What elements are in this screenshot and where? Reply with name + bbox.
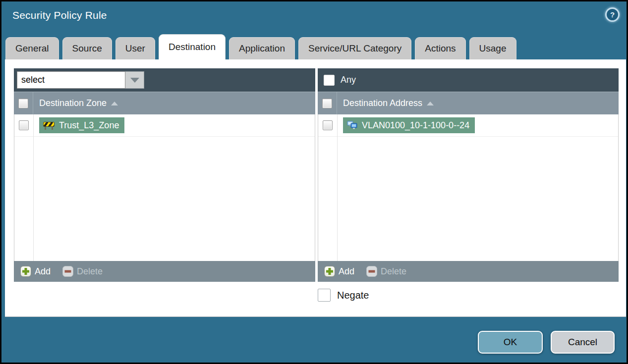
tab-general[interactable]: General: [5, 37, 59, 59]
zone-table-body: Trust_L3_Zone: [14, 114, 315, 261]
minus-icon: [366, 266, 377, 277]
zone-select-all-checkbox[interactable]: [18, 99, 28, 108]
tab-destination[interactable]: Destination: [159, 34, 226, 59]
tab-user[interactable]: User: [115, 37, 155, 59]
table-row[interactable]: VLAN0100_10-1-100-0--24: [318, 114, 618, 137]
dialog-title: Security Policy Rule: [12, 9, 107, 21]
destination-zone-panel: select Destination Zone: [14, 68, 315, 282]
address-add-button[interactable]: Add: [324, 266, 354, 277]
cancel-button[interactable]: Cancel: [551, 331, 615, 354]
address-toolbar: Add Delete: [318, 261, 619, 282]
destination-tab-content: select Destination Zone: [5, 59, 626, 317]
address-row-checkbox[interactable]: [323, 120, 333, 130]
tab-service-url-category[interactable]: Service/URL Category: [298, 37, 411, 59]
zone-barrier-icon: [43, 121, 55, 130]
tab-usage[interactable]: Usage: [469, 37, 516, 59]
zone-table-header: Destination Zone: [14, 92, 315, 114]
tab-application[interactable]: Application: [229, 37, 295, 59]
zone-item-label: Trust_L3_Zone: [59, 120, 119, 131]
tab-bar: General Source User Destination Applicat…: [5, 34, 516, 59]
negate-row: Negate: [318, 289, 369, 302]
security-policy-rule-dialog: { "window": { "title": "Security Policy …: [0, 0, 628, 364]
negate-label: Negate: [337, 290, 369, 301]
network-computers-icon: [347, 121, 357, 130]
zone-column-header[interactable]: Destination Zone: [33, 92, 315, 114]
zone-type-dropdown-button[interactable]: [125, 71, 144, 89]
tab-actions[interactable]: Actions: [415, 37, 465, 59]
zone-column-header-label: Destination Zone: [39, 98, 107, 108]
address-panel-header: Any: [318, 68, 619, 92]
zone-type-dropdown[interactable]: select: [17, 71, 144, 89]
address-column-header-label: Destination Address: [343, 98, 422, 108]
table-row[interactable]: Trust_L3_Zone: [14, 114, 315, 137]
address-table-body: VLAN0100_10-1-100-0--24: [318, 114, 619, 261]
plus-icon: [324, 266, 335, 277]
address-item-label: VLAN0100_10-1-100-0--24: [362, 120, 469, 131]
sort-asc-icon: [111, 102, 118, 105]
minus-icon: [62, 266, 73, 277]
destination-address-panel: Any Destination Address: [318, 68, 619, 282]
zone-item-trust-l3-zone[interactable]: Trust_L3_Zone: [39, 117, 124, 133]
zone-type-dropdown-value[interactable]: select: [17, 71, 125, 89]
address-select-all-checkbox[interactable]: [322, 99, 332, 108]
address-column-header[interactable]: Destination Address: [337, 92, 619, 114]
help-icon[interactable]: ?: [605, 7, 620, 22]
address-item-vlan0100[interactable]: VLAN0100_10-1-100-0--24: [343, 117, 475, 133]
negate-checkbox[interactable]: [318, 289, 331, 302]
any-checkbox[interactable]: [324, 75, 335, 86]
address-table-header: Destination Address: [318, 92, 619, 114]
zone-add-button[interactable]: Add: [20, 266, 51, 277]
tab-source[interactable]: Source: [62, 37, 112, 59]
plus-icon: [20, 266, 31, 277]
zone-row-checkbox[interactable]: [19, 120, 29, 130]
zone-toolbar: Add Delete: [14, 261, 315, 282]
zone-panel-header: select: [14, 68, 315, 92]
any-label: Any: [341, 75, 356, 85]
sort-asc-icon: [427, 102, 434, 105]
address-delete-button[interactable]: Delete: [366, 266, 406, 277]
zone-delete-button[interactable]: Delete: [62, 266, 103, 277]
chevron-down-icon: [130, 78, 139, 83]
ok-button[interactable]: OK: [478, 331, 543, 354]
